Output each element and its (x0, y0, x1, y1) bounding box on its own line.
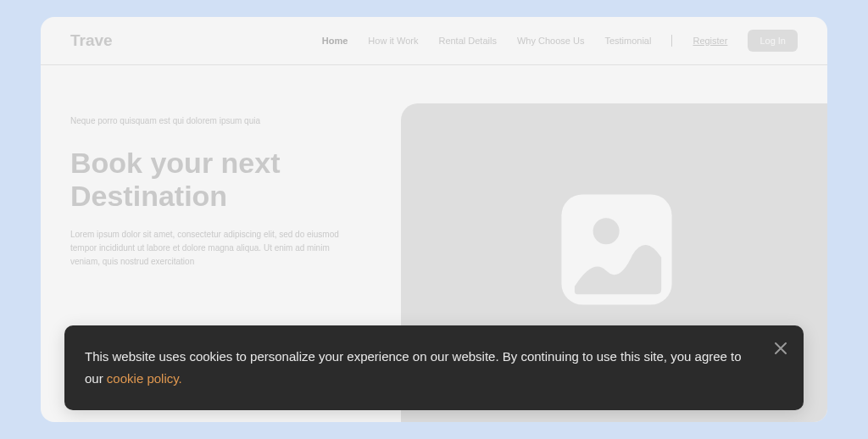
nav-why-choose-us[interactable]: Why Choose Us (517, 36, 584, 46)
hero-content: Neque porro quisquam est qui dolorem ips… (70, 116, 376, 269)
nav-how-it-work[interactable]: How it Work (368, 36, 418, 46)
logo[interactable]: Trave (70, 31, 113, 50)
hero-section: Neque porro quisquam est qui dolorem ips… (41, 65, 827, 269)
register-link[interactable]: Register (693, 36, 727, 46)
nav: Home How it Work Rental Details Why Choo… (322, 30, 798, 52)
app-window: Trave Home How it Work Rental Details Wh… (41, 17, 827, 422)
hero-headline-line1: Book your next (70, 147, 376, 180)
cookie-policy-link[interactable]: cookie policy. (107, 371, 182, 386)
close-button[interactable] (771, 339, 790, 358)
cookie-message: This website uses cookies to personalize… (85, 349, 742, 386)
hero-eyebrow: Neque porro quisquam est qui dolorem ips… (70, 116, 376, 125)
svg-point-1 (593, 218, 619, 244)
hero-headline: Book your next Destination (70, 147, 376, 213)
hero-description: Lorem ipsum dolor sit amet, consectetur … (70, 228, 359, 269)
nav-divider (671, 35, 672, 47)
close-icon (774, 342, 787, 355)
nav-rental-details[interactable]: Rental Details (438, 36, 496, 46)
hero-headline-line2: Destination (70, 180, 376, 213)
hero-image-wrap (401, 116, 798, 269)
header: Trave Home How it Work Rental Details Wh… (41, 17, 827, 65)
nav-home[interactable]: Home (322, 36, 348, 46)
image-icon (551, 184, 682, 315)
login-button[interactable]: Log In (748, 30, 798, 52)
cookie-text: This website uses cookies to personalize… (85, 346, 753, 391)
cookie-banner: This website uses cookies to personalize… (64, 325, 804, 411)
nav-testimonial[interactable]: Testimonial (604, 36, 651, 46)
